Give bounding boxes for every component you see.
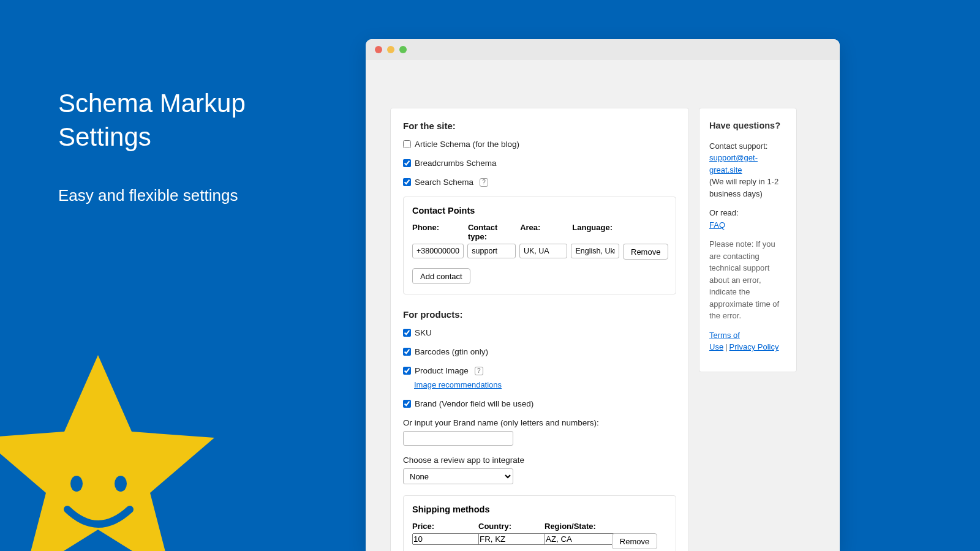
breadcrumbs-schema-label: Breadcrumbs Schema — [415, 159, 497, 168]
article-schema-row[interactable]: Article Schema (for the blog) — [403, 140, 676, 149]
contact-support-label: Contact support: — [709, 141, 767, 151]
ship-header-price: Price: — [412, 522, 475, 531]
minimize-icon[interactable] — [387, 46, 394, 53]
support-email-link[interactable]: support@get-great.site — [709, 153, 758, 174]
image-recommendations-link[interactable]: Image recommendations — [414, 380, 502, 389]
contact-header-phone: Phone: — [412, 223, 464, 241]
support-note: Please note: If you are contacting techn… — [709, 238, 786, 322]
sku-row[interactable]: SKU — [403, 328, 676, 337]
article-schema-label: Article Schema (for the blog) — [415, 140, 519, 149]
privacy-link[interactable]: Privacy Policy — [729, 342, 779, 351]
brand-label: Brand (Vendor field will be used) — [415, 399, 533, 408]
faq-link[interactable]: FAQ — [709, 220, 725, 230]
search-schema-row[interactable]: Search Schema ? — [403, 178, 676, 187]
breadcrumbs-schema-row[interactable]: Breadcrumbs Schema — [403, 159, 676, 168]
contact-phone-input[interactable] — [412, 244, 464, 258]
contact-header-type: Contact type: — [468, 223, 516, 241]
shipping-methods-box: Shipping methods Price: Country: Region/… — [403, 495, 676, 551]
product-image-label: Product Image — [415, 366, 469, 375]
or-read-label: Or read: — [709, 208, 739, 217]
contact-remove-button[interactable]: Remove — [623, 244, 668, 260]
for-products-heading: For products: — [403, 309, 676, 320]
contact-row: Remove — [412, 244, 667, 260]
barcode-label: Barcodes (gtin only) — [415, 347, 488, 356]
search-schema-checkbox[interactable] — [403, 178, 411, 186]
contact-lang-input[interactable] — [571, 244, 619, 258]
ship-remove-button[interactable]: Remove — [612, 533, 657, 549]
svg-point-1 — [115, 476, 127, 492]
contact-header-area: Area: — [520, 223, 568, 241]
for-site-heading: For the site: — [403, 121, 676, 131]
contact-points-title: Contact Points — [412, 206, 667, 216]
brand-name-input[interactable] — [403, 431, 513, 446]
ship-header-region: Region/State: — [545, 522, 607, 531]
barcode-checkbox[interactable] — [403, 348, 411, 356]
star-mascot — [0, 343, 221, 551]
product-image-row[interactable]: Product Image ? — [403, 366, 676, 375]
shipping-title: Shipping methods — [412, 504, 667, 514]
contact-header-lang: Language: — [572, 223, 620, 241]
svg-point-0 — [70, 476, 83, 492]
brand-row[interactable]: Brand (Vendor field will be used) — [403, 399, 676, 408]
barcode-row[interactable]: Barcodes (gtin only) — [403, 347, 676, 356]
close-icon[interactable] — [375, 46, 382, 53]
brand-input-label: Or input your Brand name (only letters a… — [403, 418, 676, 427]
page-title: Schema Markup Settings — [58, 87, 303, 154]
help-panel: Have questions? Contact support: support… — [699, 108, 797, 372]
breadcrumbs-schema-checkbox[interactable] — [403, 159, 411, 167]
help-icon[interactable]: ? — [475, 367, 483, 375]
maximize-icon[interactable] — [399, 46, 407, 53]
page-subtitle: Easy and flexible settings — [58, 182, 303, 209]
review-app-select[interactable]: None — [403, 468, 513, 484]
ship-row: Remove — [412, 533, 667, 549]
reply-note: (We will reply in 1-2 business days) — [709, 177, 778, 198]
sku-label: SKU — [415, 328, 432, 337]
contact-area-input[interactable] — [519, 244, 568, 258]
help-icon[interactable]: ? — [480, 178, 488, 187]
settings-window: For the site: Article Schema (for the bl… — [366, 39, 840, 551]
main-settings-panel: For the site: Article Schema (for the bl… — [390, 108, 689, 551]
brand-checkbox[interactable] — [403, 400, 411, 408]
sku-checkbox[interactable] — [403, 329, 411, 337]
review-app-label: Choose a review app to integrate — [403, 455, 676, 465]
window-titlebar — [366, 39, 840, 60]
help-title: Have questions? — [709, 119, 786, 133]
add-contact-button[interactable]: Add contact — [412, 268, 470, 284]
contact-points-box: Contact Points Phone: Contact type: Area… — [403, 197, 676, 294]
contact-type-input[interactable] — [467, 244, 516, 258]
search-schema-label: Search Schema — [415, 178, 473, 187]
article-schema-checkbox[interactable] — [403, 140, 411, 148]
product-image-checkbox[interactable] — [403, 367, 411, 375]
ship-header-country: Country: — [478, 522, 541, 531]
